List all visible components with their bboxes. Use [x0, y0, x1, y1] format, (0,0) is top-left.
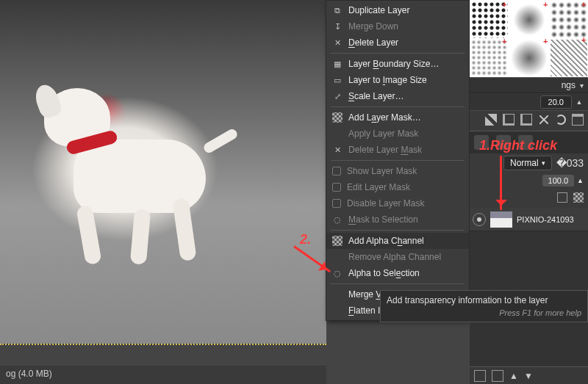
menu-layer-to-image[interactable]: ▭ Layer to Image Size [326, 72, 469, 88]
menu-add-layer-mask[interactable]: Add Layer Mask… [326, 109, 469, 126]
separator [331, 283, 465, 284]
edit-brush-icon[interactable] [485, 114, 497, 126]
mask-icon [332, 112, 343, 123]
layers-toolbar: ▲ ▼ [470, 366, 588, 384]
up-arrow-icon[interactable]: ▲ [575, 98, 584, 106]
layer-row[interactable]: PIXNIO-241093 [470, 208, 588, 231]
brush-toolbar [470, 110, 588, 128]
scale-icon: ⤢ [332, 91, 343, 101]
separator [331, 230, 465, 231]
new-group-icon[interactable] [492, 370, 503, 382]
menu-duplicate-layer[interactable]: ⧉ Duplicate Layer [326, 2, 469, 18]
menu-scale-layer[interactable]: ⤢ Scale Layer… [326, 88, 469, 104]
layer-context-menu: ⧉ Duplicate Layer ↧ Merge Down ✕ Delete … [326, 0, 470, 321]
delete-icon: ✕ [332, 37, 343, 48]
lower-layer-icon[interactable]: ▼ [524, 371, 533, 381]
chevron-down-icon: ▾ [580, 81, 584, 90]
menu-alpha-to-selection[interactable]: ◌ Alpha to Selection [326, 265, 469, 281]
chevron-down-icon: ▾ [542, 159, 545, 167]
annotation-1: 1.Right click [479, 138, 557, 153]
duplicate-brush-icon[interactable] [520, 114, 532, 126]
raise-layer-icon[interactable]: ▲ [509, 371, 518, 381]
visibility-toggle-icon[interactable] [473, 213, 486, 226]
layers-dock: Normal ▾ �033 100.0 ▲ PIXNIO-241093 [470, 131, 588, 366]
menu-add-alpha-channel[interactable]: Add Alpha Channel [326, 233, 469, 249]
alpha-icon [332, 236, 343, 246]
menu-mask-to-selection: ◌ Mask to Selection [326, 211, 469, 228]
menu-apply-layer-mask: Apply Layer Mask [326, 126, 469, 142]
layer-name-label[interactable]: PIXNIO-241093 [517, 215, 574, 224]
selection-icon: ◌ [332, 214, 343, 225]
spacing-spinner[interactable]: 20.0 ▲ [470, 94, 588, 110]
menu-disable-layer-mask: Disable Layer Mask [326, 195, 469, 211]
delete-brush-icon[interactable] [538, 114, 550, 126]
menu-delete-layer-mask: ✕ Delete Layer Mask [326, 142, 469, 158]
image-canvas[interactable] [0, 0, 326, 345]
layer-list[interactable]: PIXNIO-241093 [470, 208, 588, 366]
lock-row [470, 189, 588, 206]
brush-combo[interactable]: ngs ▾ [470, 77, 588, 93]
separator [331, 53, 465, 54]
spacing-value: 20.0 [540, 95, 572, 109]
menu-show-layer-mask: Show Layer Mask [326, 163, 469, 179]
menu-merge-down: ↧ Merge Down [326, 18, 469, 35]
new-brush-icon[interactable] [503, 114, 514, 126]
separator [331, 106, 465, 107]
fit-icon: ▭ [332, 75, 343, 85]
checkbox-icon [332, 199, 341, 208]
status-text: og (4.0 MB) [6, 369, 52, 379]
new-layer-icon[interactable] [474, 370, 486, 382]
separator [331, 160, 465, 161]
boundary-icon: ▦ [332, 59, 343, 69]
checkbox-icon [332, 167, 341, 175]
delete-mask-icon: ✕ [332, 145, 343, 155]
mode-reset-icon[interactable]: �033 [556, 157, 584, 169]
lock-pixels-icon[interactable] [557, 192, 567, 203]
open-as-image-icon[interactable] [572, 114, 584, 126]
tooltip-hint: Press F1 for more help [387, 308, 581, 317]
combo-label: ngs [562, 80, 576, 90]
refresh-icon[interactable] [556, 115, 566, 125]
duplicate-icon: ⧉ [332, 5, 343, 15]
tooltip: Add transparency information to the laye… [380, 290, 588, 322]
checkbox-icon [332, 183, 341, 192]
blank-icon [332, 289, 343, 300]
dog-shape [29, 51, 250, 272]
blank-icon [332, 252, 343, 262]
blend-mode-combo[interactable]: Normal ▾ [503, 156, 552, 170]
brush-grid[interactable]: +++ +++ [470, 0, 588, 77]
alpha-sel-icon: ◌ [332, 268, 343, 278]
lock-alpha-icon[interactable] [573, 192, 584, 203]
blank-icon [332, 128, 343, 139]
menu-edit-layer-mask: Edit Layer Mask [326, 179, 469, 195]
annotation-arrow-1 [500, 156, 502, 210]
menu-boundary-size[interactable]: ▦ Layer Boundary Size… [326, 56, 469, 72]
annotation-2: 2. [300, 232, 311, 247]
layer-thumbnail[interactable] [490, 211, 512, 228]
blank-icon [332, 305, 343, 316]
menu-remove-alpha-channel: Remove Alpha Channel [326, 249, 469, 265]
right-dock: +++ +++ ngs ▾ 20.0 ▲ Normal ▾ �033 10 [470, 0, 588, 384]
up-arrow-icon[interactable]: ▲ [577, 177, 584, 184]
menu-delete-layer[interactable]: ✕ Delete Layer [326, 35, 469, 51]
status-bar: og (4.0 MB) [0, 366, 326, 384]
merge-down-icon: ↧ [332, 21, 343, 32]
tooltip-text: Add transparency information to the laye… [387, 295, 581, 305]
opacity-value[interactable]: 100.0 [542, 175, 575, 186]
